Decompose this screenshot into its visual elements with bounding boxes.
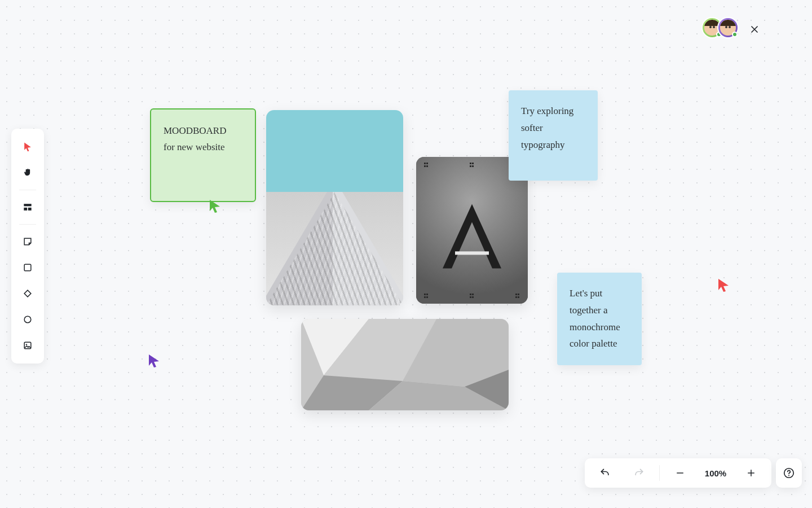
- remote-cursor-green: [209, 199, 221, 216]
- cursor-icon: [717, 278, 730, 292]
- sticky-note-palette[interactable]: Let's put together a monochrome color pa…: [557, 273, 642, 365]
- note-icon: [22, 236, 33, 247]
- image-icon: [22, 340, 33, 351]
- diamond-icon: [22, 288, 33, 299]
- svg-rect-1: [24, 208, 27, 211]
- sticky-note-typography[interactable]: Try exploring softer typography: [509, 90, 598, 181]
- minus-icon: [675, 468, 685, 478]
- redo-button[interactable]: [623, 462, 655, 484]
- hand-icon: [22, 167, 33, 178]
- zoom-in-button[interactable]: [735, 462, 767, 484]
- sticky-note-text: MOODBOARD: [164, 123, 242, 139]
- svg-rect-3: [24, 264, 31, 271]
- svg-rect-8: [455, 251, 489, 255]
- template-tool[interactable]: [16, 197, 39, 217]
- cursor-icon: [22, 141, 33, 152]
- circle-tool[interactable]: [16, 309, 39, 330]
- sticky-note-text: for new website: [164, 139, 242, 156]
- svg-point-17: [788, 475, 789, 476]
- square-icon: [22, 262, 33, 273]
- close-icon: [749, 24, 760, 35]
- rectangle-tool[interactable]: [16, 257, 39, 278]
- canvas-image-geometric[interactable]: [301, 319, 509, 410]
- pan-tool[interactable]: [16, 163, 39, 183]
- sections-icon: [22, 202, 33, 213]
- canvas-image-building[interactable]: [266, 110, 403, 305]
- collaborator-avatars: [707, 17, 739, 38]
- select-tool[interactable]: [16, 137, 39, 157]
- help-icon: [783, 467, 795, 479]
- sticky-note-text: Let's put together a monochrome color pa…: [570, 285, 629, 352]
- sticky-note-text: Try exploring softer typography: [521, 103, 585, 153]
- zoom-level-label[interactable]: 100%: [698, 468, 733, 478]
- undo-button[interactable]: [589, 462, 621, 484]
- toolbar-divider: [19, 224, 36, 225]
- cursor-icon: [148, 353, 160, 368]
- control-divider: [659, 465, 660, 481]
- undo-icon: [599, 467, 611, 479]
- svg-rect-0: [24, 204, 31, 206]
- remote-cursor-purple: [148, 353, 160, 370]
- zoom-out-button[interactable]: [664, 462, 696, 484]
- cursor-icon: [209, 199, 221, 213]
- sticky-note-moodboard[interactable]: MOODBOARD for new website: [150, 108, 256, 202]
- presence-indicator-icon: [732, 32, 738, 37]
- svg-rect-2: [28, 208, 32, 211]
- plus-icon: [746, 468, 756, 478]
- avatar-user-2[interactable]: [717, 17, 739, 38]
- svg-point-5: [24, 316, 31, 323]
- bottom-controls: 100%: [585, 458, 771, 488]
- help-button[interactable]: [776, 458, 802, 488]
- diamond-tool[interactable]: [16, 283, 39, 304]
- redo-icon: [633, 467, 645, 479]
- left-toolbar: [11, 129, 44, 364]
- remote-cursor-red: [717, 278, 730, 295]
- sticky-note-tool[interactable]: [16, 231, 39, 252]
- svg-rect-4: [24, 290, 31, 297]
- close-button[interactable]: [747, 21, 762, 37]
- image-tool[interactable]: [16, 335, 39, 356]
- circle-icon: [22, 314, 33, 325]
- svg-point-7: [26, 344, 27, 345]
- toolbar-divider: [19, 190, 36, 190]
